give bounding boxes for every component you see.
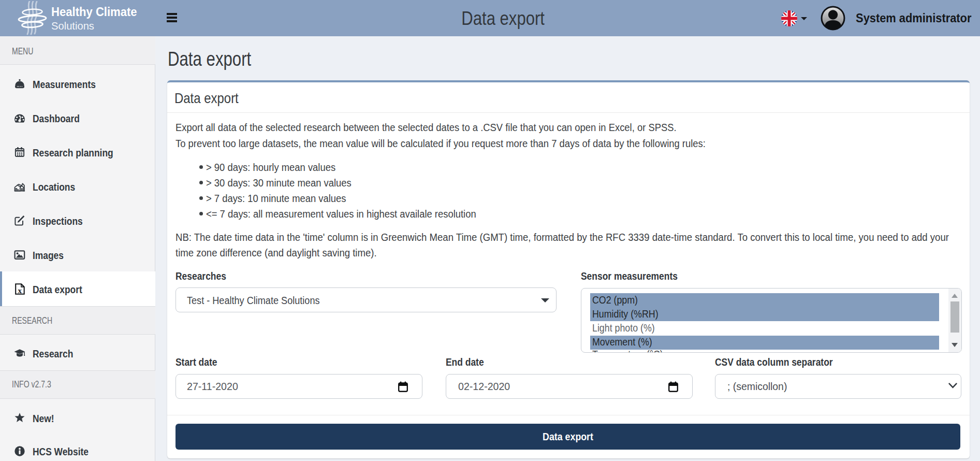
svg-text:x: x (18, 286, 22, 295)
